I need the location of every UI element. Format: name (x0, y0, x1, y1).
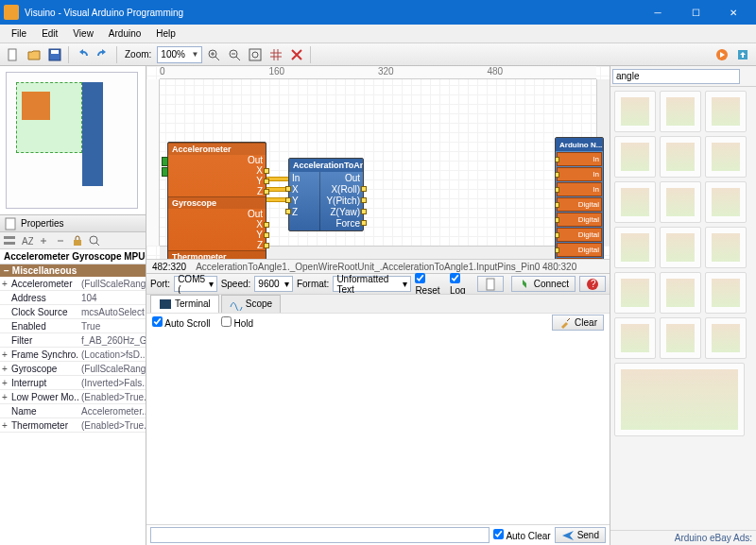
out-pin-roll[interactable]: X(Roll) (320, 183, 363, 195)
clear-button[interactable]: Clear (552, 315, 604, 331)
palette-item[interactable] (614, 363, 745, 436)
property-row[interactable]: Clock SourcemcsAutoSelect (0, 305, 146, 319)
property-row[interactable]: +Accelerometer(FullScaleRang... (0, 277, 146, 291)
tab-scope[interactable]: Scope (221, 295, 281, 314)
new-button[interactable] (4, 45, 23, 64)
arduino-port[interactable]: In (557, 182, 602, 196)
alphabetical-button[interactable]: AZ (19, 233, 34, 248)
reset-checkbox[interactable]: Reset (415, 273, 446, 296)
redo-button[interactable] (94, 45, 112, 64)
palette-item[interactable] (705, 181, 747, 223)
palette-item[interactable] (705, 272, 747, 314)
palette-item[interactable] (660, 227, 701, 268)
out-pin-force[interactable]: Force (320, 217, 363, 229)
terminal-input[interactable] (150, 527, 490, 543)
property-row[interactable]: Address104 (0, 291, 146, 305)
open-button[interactable] (25, 45, 43, 64)
in-pin-x[interactable]: X (289, 183, 319, 195)
hold-checkbox[interactable]: Hold (221, 318, 253, 329)
disconnect-button[interactable]: ? (579, 276, 606, 292)
arduino-port[interactable]: Analog (557, 258, 602, 259)
send-button[interactable]: Send (555, 527, 606, 543)
menu-view[interactable]: View (65, 26, 101, 41)
palette-item[interactable] (614, 272, 656, 314)
zoom-prop-button[interactable] (87, 233, 102, 248)
property-grid[interactable]: +Accelerometer(FullScaleRang...Address10… (0, 277, 146, 545)
property-row[interactable]: EnabledTrue (0, 319, 146, 333)
block-arduino[interactable]: Arduino N... InInInDigitalDigitalDigital… (555, 137, 604, 259)
connect-button[interactable]: Connect (511, 276, 576, 292)
pin-z[interactable]: Z (168, 186, 266, 196)
category-button[interactable] (749, 67, 751, 86)
play-button[interactable] (713, 45, 731, 64)
zoom-fit-button[interactable] (246, 45, 265, 64)
palette-item[interactable] (705, 227, 747, 268)
component-palette[interactable] (610, 87, 756, 530)
overview-pane[interactable] (0, 66, 146, 215)
zoom-in-button[interactable] (204, 45, 223, 64)
tab-terminal[interactable]: Terminal (150, 295, 219, 314)
grid-button[interactable] (266, 45, 285, 64)
menu-edit[interactable]: Edit (34, 26, 65, 41)
clear-search-button[interactable] (742, 67, 744, 86)
property-row[interactable]: +Interrupt(Inverted>Fals... (0, 376, 146, 390)
palette-item[interactable] (660, 91, 701, 132)
help-button[interactable]: ? (753, 67, 755, 86)
save-button[interactable] (45, 45, 64, 64)
palette-item[interactable] (614, 136, 656, 178)
in-pin-z[interactable]: Z (289, 206, 319, 217)
autoscroll-checkbox[interactable]: Auto Scroll (152, 318, 211, 329)
property-row[interactable]: Filterf_AB_260Hz_G... (0, 333, 146, 348)
property-category[interactable]: −Miscellaneous (0, 264, 146, 277)
palette-item[interactable] (660, 317, 701, 359)
expand-all-button[interactable] (36, 233, 51, 248)
pin-x[interactable]: X (168, 165, 266, 176)
pin-z[interactable]: Z (168, 240, 266, 250)
maximize-button[interactable]: ☐ (677, 0, 714, 25)
reset-port[interactable]: Reset (162, 167, 168, 177)
palette-item[interactable] (614, 181, 656, 223)
menu-arduino[interactable]: Arduino (101, 26, 148, 41)
log-config-button[interactable] (477, 276, 504, 292)
pin-y[interactable]: Y (168, 230, 266, 240)
palette-item[interactable] (660, 136, 701, 178)
palette-item[interactable] (705, 91, 747, 132)
autoclear-checkbox[interactable]: Auto Clear (493, 529, 550, 541)
menu-file[interactable]: File (4, 26, 34, 41)
delete-button[interactable] (287, 45, 306, 64)
palette-item[interactable] (614, 317, 656, 359)
block-acceleration-to-angle[interactable]: AccelerationToAngle1 In X Y Z Out X(Roll… (288, 158, 364, 231)
block-accelerometer-gyroscope[interactable]: Clock Reset AccelerometerGyroscope1 Acce… (167, 142, 266, 259)
arduino-port[interactable]: Digital (557, 197, 602, 212)
minimize-button[interactable]: ─ (639, 0, 677, 25)
property-row[interactable]: NameAccelerometer... (0, 404, 146, 418)
arduino-port[interactable]: In (557, 152, 602, 166)
palette-item[interactable] (614, 227, 656, 268)
arduino-port[interactable]: Digital (557, 213, 602, 227)
out-pin-pitch[interactable]: Y(Pitch) (320, 195, 363, 206)
palette-item[interactable] (705, 317, 747, 359)
property-row[interactable]: +Frame Synchro...(Location>fsD... (0, 348, 146, 362)
upload-button[interactable] (733, 45, 752, 64)
property-row[interactable]: +Gyroscope(FullScaleRang... (0, 362, 146, 376)
categorized-button[interactable] (2, 233, 17, 248)
property-row[interactable]: +Thermometer(Enabled>True... (0, 418, 146, 433)
format-combo[interactable]: Unformatted Text▾ (333, 276, 411, 292)
zoom-combo[interactable]: 100%▼ (157, 46, 202, 63)
menu-help[interactable]: Help (148, 26, 183, 41)
out-pin-yaw[interactable]: Z(Yaw) (320, 206, 363, 217)
collapse-all-button[interactable] (53, 233, 68, 248)
property-row[interactable]: +Low Power Mo...(Enabled>True... (0, 390, 146, 404)
arduino-port[interactable]: Digital (557, 228, 602, 242)
filter-button[interactable] (746, 67, 747, 86)
clock-port[interactable]: Clock (162, 157, 168, 166)
lock-button[interactable] (70, 233, 85, 248)
speed-combo[interactable]: 9600▾ (254, 276, 293, 292)
palette-item[interactable] (660, 272, 701, 314)
pin-y[interactable]: Y (168, 176, 266, 186)
close-button[interactable]: ✕ (714, 0, 752, 25)
palette-search-input[interactable] (612, 69, 740, 84)
arduino-port[interactable]: In (557, 167, 602, 181)
port-combo[interactable]: COM5 (▾ (174, 276, 217, 292)
palette-item[interactable] (705, 136, 747, 178)
